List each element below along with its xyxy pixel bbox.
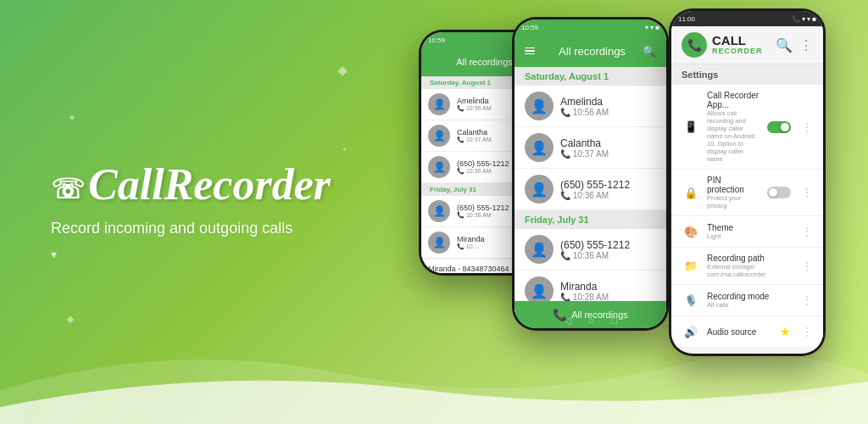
phone-2-section-1: Saturday, August 1 (515, 67, 666, 86)
settings-content: Theme Light (707, 223, 794, 240)
settings-desc: External storage/ com.lma.callrecorder (707, 263, 794, 278)
audio-settings-icon: 🔊 (682, 322, 700, 341)
call-avatar: 👤 (525, 235, 554, 264)
call-avatar: 👤 (428, 93, 450, 115)
settings-item-recording-path[interactable]: 📁 Recording path External storage/ com.l… (671, 248, 823, 285)
toggle-knob (769, 188, 777, 197)
call-time: 📞 10:56 AM (560, 108, 656, 117)
more-icon[interactable]: ⋮ (801, 325, 813, 338)
phone-2-nav: ◁ ○ □ (512, 315, 669, 326)
call-item[interactable]: 👤 Amelinda 📞 10:56 AM (515, 86, 666, 127)
call-name: (650) 555-1212 (560, 179, 656, 191)
phone-2-header: All recordings 🔍 (515, 35, 666, 67)
call-avatar: 👤 (525, 92, 554, 120)
phone-icon: ☏ (51, 174, 85, 204)
hamburger-menu-icon[interactable] (525, 47, 535, 55)
logo-recorder: RECORDER (712, 47, 763, 56)
nav-back-icon[interactable]: ◁ (564, 315, 571, 326)
star-deco-2: ✦ (342, 146, 348, 153)
phone-3-status-bar: 11:00 📞 ▾ ▾ ■ (671, 11, 823, 26)
phone-3: 11:00 📞 ▾ ▾ ■ 📞 CALL RECORDER 🔍 ⋮ Settin… (669, 8, 826, 356)
nav-recent-icon[interactable]: □ (768, 340, 774, 352)
app-name: CallRecorder (88, 160, 331, 209)
settings-name: Theme (707, 223, 794, 232)
phone-2: 10:59 ▾ ▾ ■ All recordings 🔍 Saturday, A… (512, 17, 669, 331)
left-content: ✦ ✦ ☏CallRecorder Record incoming and ou… (51, 163, 331, 261)
call-info: (650) 555-1212 📞 10:36 AM (560, 179, 656, 200)
settings-item-pin[interactable]: 🔒 PIN protection Protect your privacy ⋮ (671, 170, 823, 216)
logo-call: CALL (712, 34, 763, 48)
more-icon[interactable]: ⋮ (801, 186, 813, 199)
phone-settings-icon: 📱 (682, 118, 700, 137)
more-icon[interactable]: ⋮ (801, 293, 813, 307)
call-avatar: 👤 (428, 232, 450, 254)
search-icon[interactable]: 🔍 (776, 37, 793, 53)
call-time: 📞 10:37 AM (560, 149, 656, 159)
nav-back-icon[interactable]: ◁ (721, 340, 728, 352)
settings-name: Audio source (707, 327, 773, 337)
call-avatar: 👤 (428, 200, 450, 222)
logo-text: CALL RECORDER (712, 34, 763, 56)
phone-3-screen: 11:00 📞 ▾ ▾ ■ 📞 CALL RECORDER 🔍 ⋮ Settin… (671, 11, 823, 354)
toggle-call-recorder[interactable] (767, 121, 791, 133)
phone-1-time: 10:59 (428, 36, 445, 44)
settings-content: Call Recorder App... Allows call recordi… (707, 91, 760, 163)
phone-3-time: 11:00 (678, 15, 695, 23)
nav-home-icon[interactable]: ○ (482, 262, 487, 271)
call-item[interactable]: 👤 Calantha 📞 10:37 AM (515, 127, 666, 169)
logo-icon: 📞 (682, 32, 707, 58)
call-avatar: 👤 (525, 133, 554, 162)
call-time: 📞 10:36 AM (560, 191, 656, 200)
lock-settings-icon: 🔒 (682, 183, 700, 202)
app-logo: ☏CallRecorder (51, 163, 331, 207)
settings-content: PIN protection Protect your privacy (707, 176, 760, 209)
phone-3-nav: ◁ ○ □ (669, 340, 826, 352)
toggle-pin[interactable] (767, 187, 791, 198)
theme-settings-icon: 🎨 (682, 222, 700, 241)
call-info: Amelinda 📞 10:56 AM (560, 96, 656, 117)
call-avatar: 👤 (428, 125, 450, 147)
phone-2-time: 10:59 (521, 24, 538, 31)
more-icon[interactable]: ⋮ (801, 120, 813, 134)
settings-content: Audio source (707, 327, 773, 337)
call-name: Amelinda (560, 96, 656, 108)
call-item[interactable]: 👤 (650) 555-1212 📞 10:36 AM (515, 169, 666, 210)
settings-item-recording-mode[interactable]: 🎙️ Recording mode All calls ⋮ (671, 285, 823, 316)
call-avatar: 👤 (525, 175, 554, 204)
nav-home-icon[interactable]: ○ (745, 340, 751, 352)
deco-diamond-1 (337, 66, 347, 75)
settings-content: Recording path External storage/ com.lma… (707, 254, 794, 278)
mic-settings-icon: 🎙️ (682, 291, 700, 310)
settings-desc: All calls (707, 301, 794, 309)
settings-content: Recording mode All calls (707, 292, 794, 309)
star-deco-1: ✦ (68, 112, 76, 124)
phone-2-section-2: Friday, July 31 (515, 210, 666, 229)
nav-home-icon[interactable]: ○ (588, 315, 594, 326)
folder-settings-icon: 📁 (682, 257, 700, 276)
nav-recent-icon[interactable]: □ (611, 315, 617, 326)
nav-back-icon[interactable]: ◁ (459, 262, 465, 271)
call-info: (650) 555-1212 📞 10:36 AM (560, 239, 656, 260)
app-tagline: Record incoming and outgoing calls (51, 220, 331, 237)
settings-name: Recording path (707, 254, 794, 263)
settings-name: Recording mode (707, 292, 794, 301)
phone-2-status-bar: 10:59 ▾ ▾ ■ (515, 20, 666, 35)
phone-2-header-title: All recordings (542, 45, 643, 58)
nav-recent-icon[interactable]: □ (505, 262, 510, 271)
settings-item-theme[interactable]: 🎨 Theme Light ⋮ (671, 216, 823, 248)
settings-item-call-recorder[interactable]: 📱 Call Recorder App... Allows call recor… (671, 85, 823, 170)
star-icon[interactable]: ★ (780, 325, 791, 338)
phone-3-icons: 📞 ▾ ▾ ■ (792, 15, 817, 23)
more-icon[interactable]: ⋮ (801, 225, 813, 238)
call-item[interactable]: 👤 (650) 555-1212 📞 10:36 AM (515, 229, 666, 271)
phones-container: 10:59 ▾ ▾ ■ All recordings Saturday, Aug… (393, 0, 868, 424)
more-icon[interactable]: ⋮ (801, 259, 813, 273)
search-icon[interactable]: 🔍 (643, 45, 656, 58)
call-name: (650) 555-1212 (560, 239, 656, 251)
call-info: Miranda 📞 10:28 AM (560, 281, 656, 302)
phone-2-screen: 10:59 ▾ ▾ ■ All recordings 🔍 Saturday, A… (515, 20, 666, 328)
settings-title: Settings (671, 64, 823, 85)
phone-2-icons: ▾ ▾ ■ (645, 24, 659, 31)
more-options-icon[interactable]: ⋮ (799, 37, 813, 53)
call-name: Miranda (560, 281, 656, 293)
